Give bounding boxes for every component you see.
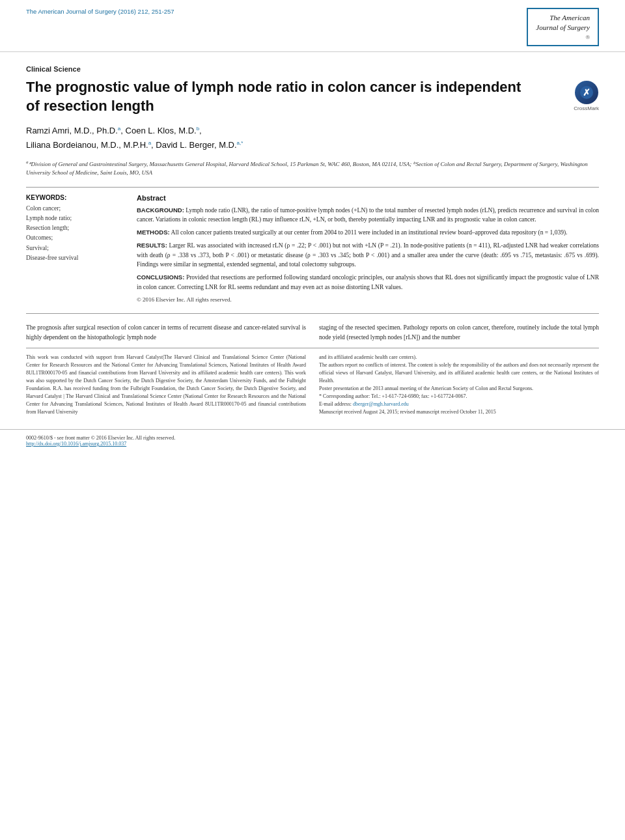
logo-superscript: ® — [536, 33, 590, 42]
svg-text:✗: ✗ — [583, 88, 590, 98]
footnotes-section: This work was conducted with support fro… — [26, 348, 599, 416]
crossmark-badge[interactable]: ✗ CrossMark — [574, 81, 599, 111]
footnote-manuscript: Manuscript received August 24, 2015; rev… — [319, 408, 599, 416]
footnote-right-4: * Corresponding author: Tel.: +1-617-724… — [319, 393, 599, 400]
journal-logo: The American Journal of Surgery ® — [527, 8, 599, 46]
background-head: BACKGROUND: — [137, 206, 184, 214]
footnote-right: and its affiliated academic health care … — [319, 354, 599, 416]
background-text: Lymph node ratio (LNR), the ratio of tum… — [137, 207, 599, 223]
footnote-right-3: Poster presentation at the 2013 annual m… — [319, 385, 599, 393]
keyword-resection: Resection length; — [26, 223, 124, 233]
crossmark-label: CrossMark — [574, 105, 599, 111]
conclusions-text: Provided that resections are performed f… — [137, 274, 599, 290]
footnote-email: E-mail address: dberger@mgh.harvard.edu — [319, 400, 599, 408]
keyword-lymph-node: Lymph node ratio; — [26, 214, 124, 223]
page-footer: 0002-9610/$ - see front matter © 2016 El… — [0, 429, 625, 451]
footnote-right-1: and its affiliated academic health care … — [319, 354, 599, 361]
section-label: Clinical Science — [26, 65, 599, 73]
conclusions-head: CONCLUSIONS: — [137, 273, 184, 281]
crossmark-icon: ✗ — [575, 81, 598, 104]
keywords-label: KEYWORDS: — [26, 194, 124, 201]
top-header: The American Journal of Surgery (2016) 2… — [0, 0, 625, 52]
footer-doi[interactable]: http://dx.doi.org/10.1016/j.amjsurg.2015… — [26, 441, 599, 447]
article-title: The prognostic value of lymph node ratio… — [26, 78, 534, 115]
body-left-col: The prognosis after surgical resection o… — [26, 323, 306, 342]
results-head: RESULTS: — [137, 242, 167, 249]
affiliations: aᵃDivision of General and Gastrointestin… — [26, 159, 599, 178]
abstract-conclusions: CONCLUSIONS: Provided that resections ar… — [137, 273, 599, 292]
crossmark-svg: ✗ — [579, 85, 594, 100]
doi-link[interactable]: http://dx.doi.org/10.1016/j.amjsurg.2015… — [26, 441, 126, 447]
abstract-column: Abstract BACKGROUND: Lymph node ratio (L… — [137, 194, 599, 305]
email-link[interactable]: dberger@mgh.harvard.edu — [353, 401, 409, 407]
keyword-disease-free: Disease-free survival — [26, 253, 124, 263]
logo-line-1: The American — [536, 13, 590, 23]
keyword-outcomes: Outcomes; — [26, 233, 124, 243]
abstract-results: RESULTS: Larger RL was associated with i… — [137, 241, 599, 270]
abstract-title: Abstract — [137, 194, 599, 202]
abstract-text: BACKGROUND: Lymph node ratio (LNR), the … — [137, 206, 599, 305]
page: The American Journal of Surgery (2016) 2… — [0, 0, 625, 840]
divider-1 — [26, 187, 599, 188]
copyright-notice: © 2016 Elsevier Inc. All rights reserved… — [137, 296, 599, 305]
abstract-background: BACKGROUND: Lymph node ratio (LNR), the … — [137, 206, 599, 225]
title-area: The prognostic value of lymph node ratio… — [26, 78, 599, 115]
keyword-colon-cancer: Colon cancer; — [26, 204, 124, 214]
footnote-right-2: The authors report no conflicts of inter… — [319, 361, 599, 385]
abstract-methods: METHODS: All colon cancer patients treat… — [137, 228, 599, 238]
methods-text: All colon cancer patients treated surgic… — [171, 229, 568, 236]
authors: Ramzi Amri, M.D., Ph.D.a, Coen L. Klos, … — [26, 124, 599, 152]
journal-reference: The American Journal of Surgery (2016) 2… — [26, 8, 174, 15]
footnote-left-text: This work was conducted with support fro… — [26, 354, 306, 415]
results-text: Larger RL was associated with increased … — [137, 242, 599, 268]
body-text: The prognosis after surgical resection o… — [26, 323, 599, 342]
methods-head: METHODS: — [137, 229, 170, 236]
logo-line-2: Journal of Surgery — [536, 23, 590, 33]
divider-2 — [26, 313, 599, 314]
body-right-col: staging of the resected specimen. Pathol… — [319, 323, 599, 342]
main-content: Clinical Science The prognostic value of… — [0, 52, 625, 429]
keyword-survival: Survival; — [26, 244, 124, 253]
abstract-section: KEYWORDS: Colon cancer; Lymph node ratio… — [26, 194, 599, 305]
keywords-column: KEYWORDS: Colon cancer; Lymph node ratio… — [26, 194, 124, 305]
footer-issn: 0002-9610/$ - see front matter © 2016 El… — [26, 435, 599, 441]
footnote-left: This work was conducted with support fro… — [26, 354, 306, 416]
